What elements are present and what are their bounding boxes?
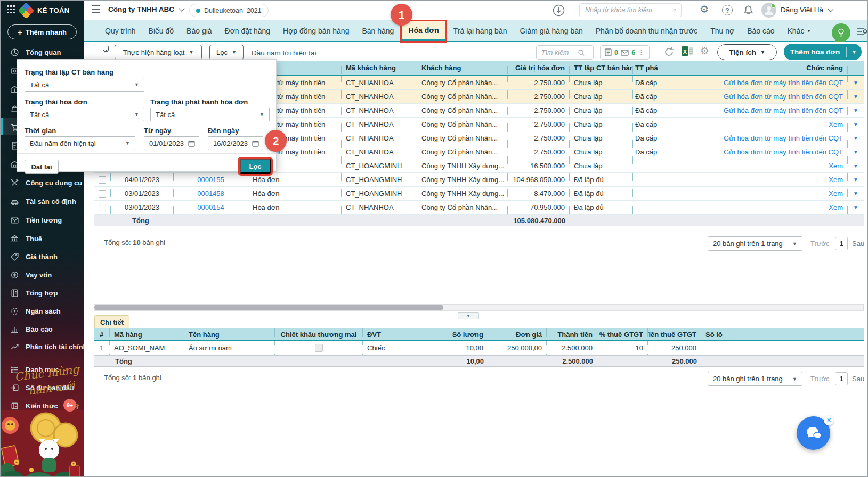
row-checkbox[interactable] (99, 176, 106, 184)
row-action-caret[interactable]: ▼ (848, 118, 864, 131)
row-checkbox[interactable] (99, 204, 106, 211)
db-status-dot (196, 9, 200, 13)
table-row[interactable]: 03/01/2023 0000154 Hóa đơn CT_NHANHOA Cô… (94, 201, 864, 215)
page-size-select[interactable]: 20 bản ghi trên 1 trang▼ (708, 372, 802, 386)
doc-count-icon (605, 48, 612, 56)
row-action-caret[interactable]: ▼ (848, 159, 864, 172)
batch-actions-button[interactable]: Thực hiện hàng loạt▼ (115, 45, 202, 60)
next-page-button[interactable]: Sau (852, 240, 864, 248)
detail-collapse-button[interactable]: ▼ (458, 312, 479, 319)
tab-chi-tiet[interactable]: Chi tiết (94, 315, 129, 328)
row-action-caret[interactable]: ▼ (848, 76, 864, 89)
tab-giam-gia-hang-ban[interactable]: Giảm giá hàng bán (513, 20, 589, 41)
filter-invoice-status-select[interactable]: Tất cả▼ (25, 108, 144, 121)
hamburger-icon[interactable] (91, 5, 102, 15)
sort-icon[interactable] (103, 45, 112, 58)
sidebar-item-tien-luong[interactable]: Tiền lương (1, 211, 84, 228)
list-settings-icon[interactable] (856, 27, 867, 38)
sidebar-item-gia-thanh[interactable]: Giá thành (1, 248, 84, 265)
to-date-input[interactable] (212, 139, 250, 148)
user-menu[interactable]: Đặng Việt Hà (781, 6, 833, 14)
notification-counts[interactable]: 0 6 ⋮ (600, 45, 650, 60)
gear-icon[interactable]: ⚙ (700, 45, 709, 57)
grid-search[interactable] (536, 45, 594, 60)
tab-bieu-do[interactable]: Biểu đồ (142, 20, 180, 41)
chevron-down-icon: ▼ (232, 50, 237, 55)
tab-tra-lai-hang-ban[interactable]: Trả lại hàng bán (447, 20, 514, 41)
tab-don-dat-hang[interactable]: Đơn đặt hàng (218, 20, 277, 41)
excel-icon[interactable]: X (682, 46, 693, 59)
database-pill[interactable]: Dulieuketoan_2021 (189, 4, 269, 17)
row-action-caret[interactable]: ▼ (848, 104, 864, 117)
filter-button[interactable]: Lọc▼ (209, 45, 244, 60)
sidebar-item-tai-san-co-dinh[interactable]: Tài sản cố định (1, 193, 84, 210)
misa-logo (18, 2, 34, 19)
global-search-input[interactable] (584, 6, 673, 14)
detail-record-summary: Tổng số: 1 bản ghi (104, 374, 161, 382)
apply-filter-button[interactable]: Lọc (240, 159, 271, 174)
tab-bao-gia[interactable]: Báo giá (180, 20, 218, 41)
row-action-caret[interactable]: ▼ (848, 90, 864, 103)
sidebar-item-phan-tich-tai-chinh[interactable]: Phân tích tài chính (1, 338, 84, 355)
sidebar-item-tong-quan[interactable]: Tổng quan (1, 44, 84, 61)
from-date-input[interactable] (148, 139, 186, 148)
row-action-caret[interactable]: ▼ (848, 145, 864, 159)
filter-ct-status-select[interactable]: Tất cả▼ (25, 78, 144, 92)
current-page[interactable]: 1 (835, 372, 848, 385)
global-search[interactable] (579, 3, 682, 17)
knowledge-icon (10, 401, 19, 410)
tab-ban-hang[interactable]: Bán hàng (355, 20, 400, 41)
grid-search-input[interactable] (540, 48, 578, 57)
row-action-caret[interactable]: ▼ (848, 173, 864, 186)
sidebar-item-tong-hop[interactable]: Tổng hợp (1, 284, 84, 301)
detail-row[interactable]: 1 AO_SOMI_NAM Áo sơ mi nam Chiếc 10,00 2… (94, 341, 864, 355)
tab-phan-bo-doanh-thu[interactable]: Phân bổ doanh thu nhận trước (589, 20, 704, 41)
row-action-caret[interactable]: ▼ (848, 187, 864, 200)
discount-checkbox[interactable] (315, 344, 323, 352)
tab-bao-cao[interactable]: Báo cáo (741, 20, 781, 41)
grid-apps-icon[interactable] (7, 5, 15, 15)
sidebar-item-ngan-sach[interactable]: Ngân sách (1, 302, 84, 319)
sidebar-item-thue[interactable]: Thuế (1, 230, 84, 247)
download-circle-icon[interactable] (553, 4, 565, 19)
search-icon (673, 6, 677, 14)
quick-add-button[interactable]: +Thêm nhanh (7, 24, 77, 39)
avatar[interactable] (761, 3, 776, 18)
row-checkbox[interactable] (99, 190, 106, 198)
sidebar-item-cong-cu-dung-cu[interactable]: Công cụ dụng cụ (1, 174, 84, 191)
tab-hoa-don[interactable]: Hóa đơn (402, 21, 445, 41)
sidebar-item-vay-von[interactable]: Vay vốn (1, 266, 84, 283)
table-row[interactable]: 04/01/2023 0000155 Hóa đơn CT_HOANGMINH … (94, 173, 864, 187)
prev-page-button[interactable]: Trước (810, 240, 830, 248)
svg-text:X: X (683, 48, 687, 55)
lightbulb-icon[interactable] (832, 23, 850, 42)
bell-icon[interactable] (743, 5, 753, 18)
reset-button[interactable]: Đặt lại (25, 160, 59, 174)
tab-khac[interactable]: Khác▾ (781, 20, 817, 41)
company-selector[interactable]: Công ty TNHH ABC (108, 5, 184, 13)
asset-icon (10, 197, 19, 206)
tab-hop-dong-ban-hang[interactable]: Hợp đồng bán hàng (277, 20, 355, 41)
sidebar-item-bao-cao[interactable]: Báo cáo (1, 320, 84, 338)
table-row[interactable]: 03/01/2023 0001458 Hóa đơn CT_HOANGMINH … (94, 187, 864, 201)
filter-issue-status-select[interactable]: Tất cả▼ (150, 108, 270, 121)
row-action-caret[interactable]: ▼ (848, 131, 864, 145)
refresh-icon[interactable] (663, 46, 675, 60)
utilities-button[interactable]: Tiện ích▼ (717, 44, 777, 60)
tab-thu-no[interactable]: Thu nợ (704, 20, 741, 41)
chat-close-icon[interactable]: ✕ (824, 415, 834, 425)
page-size-select[interactable]: 20 bản ghi trên 1 trang▼ (708, 236, 802, 251)
gear-icon[interactable]: ⚙ (700, 3, 709, 15)
prev-page-button[interactable]: Trước (810, 375, 830, 383)
filter-from-date[interactable] (144, 136, 199, 150)
current-page[interactable]: 1 (835, 237, 848, 250)
filter-to-date[interactable] (208, 136, 263, 150)
tab-quy-trinh[interactable]: Quy trình (99, 20, 142, 41)
help-icon[interactable]: ? (722, 5, 733, 15)
scrollbar-thumb[interactable] (94, 305, 443, 310)
horizontal-scrollbar[interactable] (94, 304, 864, 311)
row-action-caret[interactable]: ▼ (848, 201, 864, 214)
add-invoice-button[interactable]: Thêm hóa đơn▼ (784, 44, 862, 60)
filter-time-select[interactable]: Đầu năm đến hiện tại▼ (25, 136, 135, 150)
next-page-button[interactable]: Sau (852, 375, 864, 383)
